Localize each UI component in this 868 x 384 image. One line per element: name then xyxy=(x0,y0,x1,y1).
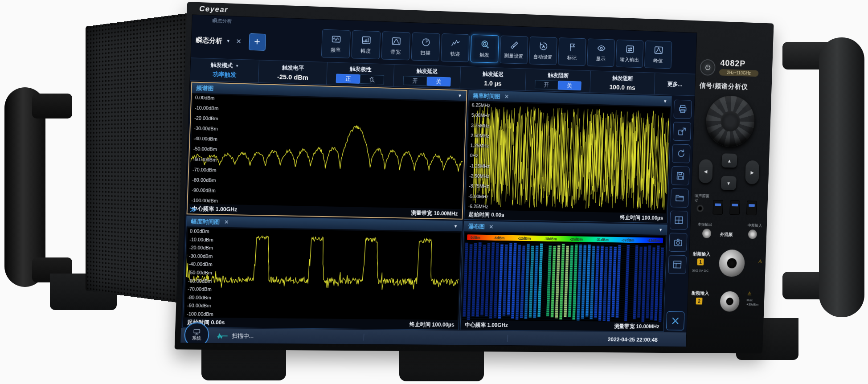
toggle-switch: 开关 xyxy=(403,76,450,86)
panel-close-button[interactable]: ✕ xyxy=(504,93,509,100)
sidebar-button-list[interactable] xyxy=(668,255,687,274)
folder-open-icon xyxy=(675,193,685,203)
stop-time-readout: 终止时间 100.00µs xyxy=(620,214,663,222)
toggle-option[interactable]: 负 xyxy=(360,74,385,84)
toggle-option[interactable]: 开 xyxy=(535,80,558,90)
toolbar-button-sweep[interactable]: 扫描 xyxy=(411,33,440,61)
toggle-option[interactable]: 正 xyxy=(336,74,360,83)
setting-value: 100.0 ms xyxy=(609,83,635,91)
colorbar-tick-label: -25dBm xyxy=(570,237,583,241)
frequency-time-plot[interactable]: 6.25MHz5.00MHz3.75MHz2.50MHz1.25MHz0Hz-1… xyxy=(466,102,670,214)
spectrogram xyxy=(462,242,665,322)
power-button[interactable] xyxy=(700,59,716,76)
rf-input-1-connector xyxy=(719,249,745,277)
panel-spectrum[interactable]: 频谱图 ▼ 0.00dBm-10.00dBm-20.00dBm-30.00dBm… xyxy=(187,82,467,219)
sidebar-button-print[interactable] xyxy=(673,100,692,119)
toolbar-button-peak[interactable]: 峰值 xyxy=(644,41,672,69)
brand-logo: Ceyear xyxy=(199,4,229,14)
colorbar-tick-label: -37dBm xyxy=(622,238,635,242)
spectrum-trace xyxy=(189,94,465,209)
toolbar-button-display[interactable]: 显示 xyxy=(587,38,615,67)
setting-value: 功率触发 xyxy=(213,70,237,79)
toolbar-button-label: 测量设置 xyxy=(504,53,524,60)
chevron-down-icon[interactable]: ▼ xyxy=(454,224,458,229)
panel-title: 频谱图 xyxy=(196,84,213,92)
toolbar-button-auto-setup[interactable]: 自动设置 xyxy=(529,37,557,65)
setting-group-3[interactable]: 触发延迟开关 xyxy=(393,65,461,89)
toggle-option[interactable]: 关 xyxy=(427,76,451,86)
toggle-option[interactable]: 关 xyxy=(558,81,581,90)
toggle-switch: 正负 xyxy=(336,74,385,84)
amplitude-time-plot[interactable]: 0.00dBm-10.00dBm-20.00dBm-30.00dBm-40.00… xyxy=(184,228,460,320)
chevron-down-icon[interactable]: ▼ xyxy=(663,99,667,104)
expand-arrows[interactable]: ≫ xyxy=(190,205,197,213)
amplitude-time-trace xyxy=(184,228,460,320)
colorbar-tick-label: -18dBm xyxy=(544,237,557,241)
setting-group-0[interactable]: 触发模式▼功率触发 xyxy=(190,58,259,82)
system-button[interactable]: 系统 xyxy=(184,322,209,347)
add-tab-button[interactable]: + xyxy=(249,33,266,51)
toolbar-button-trace[interactable]: 轨迹 xyxy=(441,33,470,62)
system-button-label: 系统 xyxy=(192,335,201,341)
spectrum-plot[interactable]: 0.00dBm-10.00dBm-20.00dBm-30.00dBm-40.00… xyxy=(189,94,465,209)
arrow-down-button[interactable]: ▼ xyxy=(721,176,737,190)
setting-group-6[interactable]: 触发阻断100.0 ms xyxy=(590,71,655,94)
colorbar-tick-label: -31dBm xyxy=(596,237,609,242)
display-icon xyxy=(596,43,606,55)
setting-group-7[interactable]: 更多... xyxy=(654,73,695,96)
setting-group-5[interactable]: 触发阻断开关 xyxy=(525,69,591,93)
panel-close-button[interactable]: ✕ xyxy=(224,219,229,225)
colorbar-tick-label: 0dBm xyxy=(471,235,481,240)
list-icon xyxy=(672,259,683,270)
tab-close-button[interactable]: ✕ xyxy=(236,37,242,45)
sidebar-button-refresh[interactable] xyxy=(672,144,690,163)
arrow-up-button[interactable]: ▲ xyxy=(721,153,737,167)
rf-input-2-block: 射频输入 2 ⚠ Max +30dBm xyxy=(691,287,762,316)
frequency-range-badge: 2Hz~110GHz xyxy=(719,69,759,77)
toolbar-button-frequency[interactable]: 频率 xyxy=(321,29,351,58)
sweep-waveform-icon xyxy=(217,333,229,339)
usb-port xyxy=(729,200,740,215)
toolbar-button-label: 自动设置 xyxy=(533,53,553,61)
export-icon xyxy=(677,126,687,137)
trigger-icon xyxy=(480,39,490,51)
toolbar-button-marker[interactable]: 标记 xyxy=(558,37,586,66)
chevron-down-icon[interactable]: ▼ xyxy=(458,93,462,98)
sidebar-button-screenshot[interactable] xyxy=(669,233,687,252)
sidebar-button-save[interactable] xyxy=(671,166,689,185)
toolbar-button-label: 标记 xyxy=(567,55,577,61)
sidebar-button-close[interactable] xyxy=(666,311,685,331)
arrow-right-button[interactable]: ▶ xyxy=(745,160,759,184)
toggle-switch: 开关 xyxy=(535,80,581,90)
chevron-down-icon[interactable]: ▼ xyxy=(226,39,230,43)
panel-frequency-time[interactable]: 频率时间图 ✕ ▼ 6.25MHz5.00MHz3.75MHz2.50MHz1.… xyxy=(464,90,672,223)
sidebar-button-export[interactable] xyxy=(673,122,691,141)
panel-amplitude-time[interactable]: 幅度时间图 ✕ ▼ 0.00dBm-10.00dBm-20.00dBm-30.0… xyxy=(182,216,463,330)
setting-group-2[interactable]: 触发极性正负 xyxy=(327,62,394,86)
arrow-left-button[interactable]: ◀ xyxy=(698,159,713,183)
setting-group-1[interactable]: 触发电平-25.0 dBm xyxy=(259,60,328,84)
panel-close-button[interactable]: ✕ xyxy=(489,224,494,230)
waterfall-plot[interactable]: 0dBm-6dBm-12dBm-18dBm-25dBm-31dBm-37dBm-… xyxy=(462,233,665,322)
toolbar-button-amplitude[interactable]: 幅度 xyxy=(351,30,381,59)
setting-label: 触发阻断 xyxy=(548,71,569,79)
rotary-knob[interactable] xyxy=(705,95,755,147)
max-power-label: Max +30dBm xyxy=(746,298,762,306)
toolbar-button-measure-setup[interactable]: 测量设置 xyxy=(500,36,528,64)
toolbar-button-input-output[interactable]: 输入输出 xyxy=(616,40,644,68)
external-mixer-block: 本振输出 中频输入 外混频 xyxy=(693,222,764,245)
toggle-option[interactable]: 开 xyxy=(403,76,427,86)
toolbar-button-label: 频率 xyxy=(331,47,341,54)
left-handle-arm xyxy=(32,94,72,118)
sidebar-button-layout[interactable] xyxy=(670,211,688,230)
chevron-down-icon[interactable]: ▼ xyxy=(659,228,663,233)
layout-icon xyxy=(674,215,684,225)
rf-input-2-number: 2 xyxy=(696,298,703,304)
panel-waterfall[interactable]: 瀑布图 ✕ ▼ 0dBm-6dBm-12dBm-18dBm-25dBm-31dB… xyxy=(460,221,667,332)
toolbar-button-trigger[interactable]: 触发 xyxy=(471,34,499,63)
toolbar-button-bandwidth[interactable]: 带宽 xyxy=(381,31,410,60)
marker-icon xyxy=(567,42,577,54)
tab-transient-analysis[interactable]: 瞬态分析 xyxy=(196,36,222,45)
setting-group-4[interactable]: 触发延迟1.0 µs xyxy=(460,67,526,90)
sidebar-button-folder-open[interactable] xyxy=(671,188,689,208)
